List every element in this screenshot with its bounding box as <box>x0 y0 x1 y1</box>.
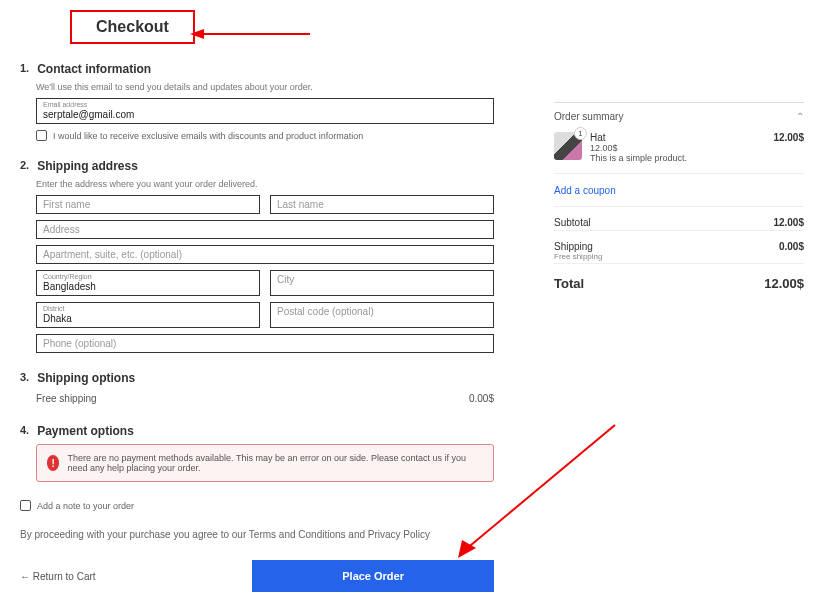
summary-heading: Order summary <box>554 111 623 122</box>
district-field[interactable]: District Dhaka <box>36 302 260 328</box>
payment-error: ! There are no payment methods available… <box>36 444 494 482</box>
place-order-button[interactable]: Place Order <box>252 560 494 592</box>
optin-checkbox[interactable] <box>36 130 47 141</box>
ship-price: 0.00$ <box>469 393 494 404</box>
ship-value: 0.00$ <box>779 241 804 261</box>
email-field[interactable]: Email address serptale@gmail.com <box>36 98 494 124</box>
note-checkbox[interactable] <box>20 500 31 511</box>
item-desc: This is a simple product. <box>590 153 765 163</box>
email-value: serptale@gmail.com <box>43 109 134 120</box>
error-icon: ! <box>47 455 59 471</box>
country-field[interactable]: Country/Region Bangladesh <box>36 270 260 296</box>
postal-field[interactable]: Postal code (optional) <box>270 302 494 328</box>
ship-label: Shipping <box>554 241 593 252</box>
section-number: 4. <box>20 424 29 438</box>
email-label: Email address <box>43 101 487 108</box>
subtotal-value: 12.00$ <box>773 217 804 228</box>
section-number: 1. <box>20 62 29 76</box>
city-field[interactable]: City <box>270 270 494 296</box>
contact-hint: We'll use this email to send you details… <box>36 82 494 92</box>
section-number: 3. <box>20 371 29 385</box>
optin-label: I would like to receive exclusive emails… <box>53 131 363 141</box>
ship-option-row[interactable]: Free shipping 0.00$ <box>36 391 494 406</box>
payment-error-text: There are no payment methods available. … <box>67 453 483 473</box>
item-thumbnail <box>554 132 582 160</box>
ship-sub: Free shipping <box>554 252 602 261</box>
shipping-heading: Shipping address <box>37 159 138 173</box>
apt-field[interactable]: Apartment, suite, etc. (optional) <box>36 245 494 264</box>
note-label: Add a note to your order <box>37 501 134 511</box>
phone-field[interactable]: Phone (optional) <box>36 334 494 353</box>
terms-link[interactable]: Terms and Conditions <box>249 529 346 540</box>
terms-text: By proceeding with your purchase you agr… <box>20 529 494 540</box>
summary-item: Hat 12.00$ This is a simple product. 12.… <box>554 128 804 174</box>
subtotal-label: Subtotal <box>554 217 591 228</box>
total-value: 12.00$ <box>764 276 804 291</box>
return-link[interactable]: Return to Cart <box>20 571 96 582</box>
page-title-box: Checkout <box>70 10 195 44</box>
shipping-hint: Enter the address where you want your or… <box>36 179 494 189</box>
item-price: 12.00$ <box>773 132 804 163</box>
ship-method: Free shipping <box>36 393 97 404</box>
page-title: Checkout <box>96 18 169 36</box>
contact-heading: Contact information <box>37 62 151 76</box>
chevron-up-icon[interactable]: ⌃ <box>796 111 804 122</box>
add-coupon-link[interactable]: Add a coupon <box>554 185 616 196</box>
last-name-field[interactable]: Last name <box>270 195 494 214</box>
first-name-field[interactable]: First name <box>36 195 260 214</box>
item-name: Hat <box>590 132 765 143</box>
item-price-line: 12.00$ <box>590 143 765 153</box>
privacy-link[interactable]: Privacy Policy <box>368 529 430 540</box>
annotation-arrow-left <box>190 26 310 42</box>
address-field[interactable]: Address <box>36 220 494 239</box>
payment-heading: Payment options <box>37 424 134 438</box>
total-label: Total <box>554 276 584 291</box>
section-number: 2. <box>20 159 29 173</box>
shipopt-heading: Shipping options <box>37 371 135 385</box>
